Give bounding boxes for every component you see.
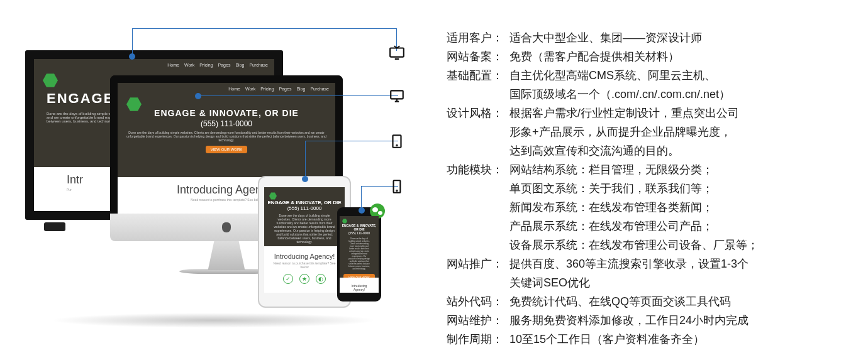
spec-value: 根据客户需求/行业性定制设计，重点突出公司形象+产品展示，从而提升企业品牌曝光度…: [509, 104, 855, 160]
spec-label: 基础配置：: [447, 66, 509, 104]
svg-rect-2: [393, 135, 401, 148]
tablet-icon: [387, 132, 406, 151]
phone-icon: [387, 177, 406, 196]
hero-desc: Done are the days of building simple web…: [118, 131, 335, 142]
spec-row: 网站备案：免费（需客户配合提供相关材料）: [447, 47, 855, 66]
spec-value: 服务期免费资料添加修改，工作日24小时内完成: [509, 311, 855, 330]
svg-point-3: [396, 145, 397, 146]
spec-row: 网站推广：提供百度、360等主流搜索引擎收录，设置1-3个关键词SEO优化: [447, 254, 855, 292]
spec-row: 基础配置：自主优化型高端CMS系统、阿里云主机、国际顶级域名一个（.com/.c…: [447, 66, 855, 104]
spec-value: 10至15个工作日（客户资料准备齐全）: [509, 330, 855, 349]
spec-row: 适用客户：适合大中型企业、集团——资深设计师: [447, 28, 855, 47]
spec-row: 网站维护：服务期免费资料添加修改，工作日24小时内完成: [447, 311, 855, 330]
spec-value: 自主优化型高端CMS系统、阿里云主机、国际顶级域名一个（.com/.cn/.co…: [509, 66, 855, 104]
brand-logo-icon: [43, 73, 58, 88]
spec-row: 制作周期：10至15个工作日（客户资料准备齐全）: [447, 330, 855, 349]
spec-row: 站外代码：免费统计代码、在线QQ等页面交谈工具代码: [447, 292, 855, 311]
spec-label: 制作周期：: [447, 330, 509, 349]
svg-rect-4: [394, 180, 401, 193]
svg-rect-0: [390, 48, 404, 57]
cta-button[interactable]: VIEW OUR WORK: [206, 146, 248, 153]
monitor-icon: [387, 87, 406, 106]
device-phone: ENGAGE & INNOVATE, OR DIE (555) 111-0000…: [337, 207, 381, 301]
svg-point-5: [396, 190, 397, 191]
brand-logo-icon: [269, 192, 277, 200]
feature-dot-icon: ◐: [316, 274, 326, 284]
brand-logo-icon: [342, 219, 347, 224]
feature-dot-icon: ✓: [283, 274, 293, 284]
hero-phone: (555) 111-0000: [118, 119, 335, 128]
spec-value: 提供百度、360等主流搜索引擎收录，设置1-3个关键词SEO优化: [509, 254, 855, 292]
spec-label: 功能模块：: [447, 160, 509, 254]
spec-row: 设计风格：根据客户需求/行业性定制设计，重点突出公司形象+产品展示，从而提升企业…: [447, 104, 855, 160]
spec-label: 适用客户：: [447, 28, 509, 47]
spec-label: 设计风格：: [447, 104, 509, 160]
spec-label: 站外代码：: [447, 292, 509, 311]
hero-title: ENGAGE & INNOVATE, OR DIE: [118, 108, 335, 118]
tv-icon: [387, 43, 406, 62]
spec-row: 功能模块：网站结构系统：栏目管理，无限级分类；单页图文系统：关于我们，联系我们等…: [447, 160, 855, 254]
device-showcase: HomeWorkPricingPagesBlogPurchase ENGAGE …: [0, 0, 440, 353]
feature-dot-icon: ★: [299, 274, 309, 284]
spec-label: 网站推广：: [447, 254, 509, 292]
spec-label: 网站备案：: [447, 47, 509, 66]
spec-value: 适合大中型企业、集团——资深设计师: [509, 28, 855, 47]
spec-label: 网站维护：: [447, 311, 509, 330]
spec-value: 免费统计代码、在线QQ等页面交谈工具代码: [509, 292, 855, 311]
spec-list: 适用客户：适合大中型企业、集团——资深设计师网站备案：免费（需客户配合提供相关材…: [440, 0, 868, 353]
spec-value: 免费（需客户配合提供相关材料）: [509, 47, 855, 66]
spec-value: 网站结构系统：栏目管理，无限级分类；单页图文系统：关于我们，联系我们等；新闻发布…: [509, 160, 855, 254]
svg-rect-1: [391, 90, 403, 99]
apple-logo-icon: [222, 222, 231, 232]
